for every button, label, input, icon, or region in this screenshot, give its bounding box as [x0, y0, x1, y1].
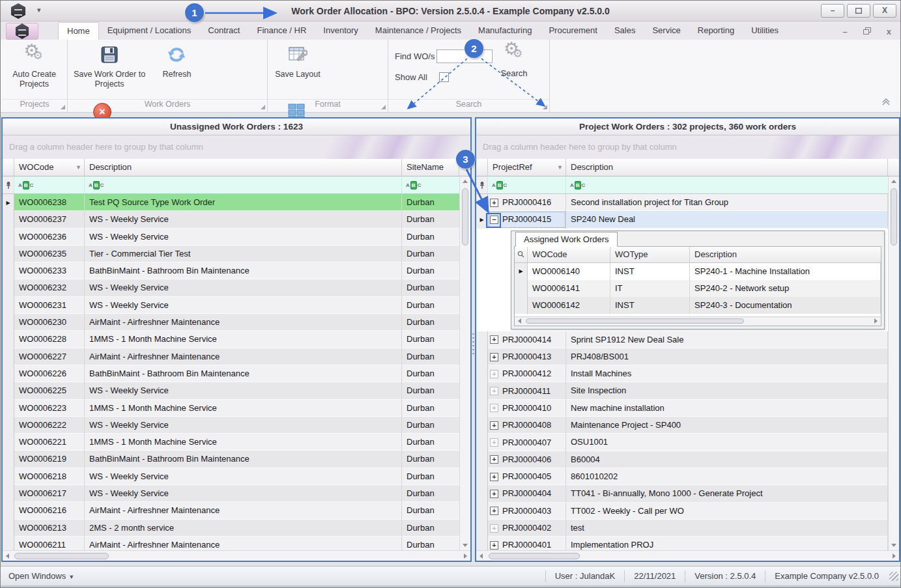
tab-manufacturing[interactable]: Manufacturing [470, 22, 540, 40]
tab-contract[interactable]: Contract [199, 22, 248, 40]
resize-grip[interactable] [889, 572, 898, 581]
expand-icon[interactable]: + [490, 404, 498, 412]
expand-icon[interactable]: + [490, 199, 498, 207]
tab-home[interactable]: Home [58, 22, 99, 40]
filter-dropdown-icon[interactable]: ▼ [76, 159, 81, 176]
expand-icon[interactable]: + [490, 524, 498, 533]
tab-reporting[interactable]: Reporting [689, 22, 743, 40]
table-row[interactable]: WO0006211AirMaint - Airfreshner Maintena… [3, 537, 459, 550]
dialog-launcher-icon[interactable] [261, 105, 265, 109]
table-row[interactable]: WO0006226BathBinMaint - Bathroom Bin Mai… [3, 365, 459, 382]
mdi-minimize-icon[interactable]: – [843, 27, 848, 36]
scroll-up-icon[interactable] [463, 180, 468, 183]
tab-finance-hr[interactable]: Finance / HR [248, 22, 315, 40]
scroll-left-icon[interactable] [6, 553, 9, 559]
detail-row[interactable]: WO0006142INSTSP240-3 - Documentation [515, 297, 881, 314]
table-row[interactable]: WO0006218WS - Weekly ServiceDurban [3, 468, 459, 485]
detail-row[interactable]: WO0006141ITSP240-2 - Network setup [515, 280, 881, 297]
table-row[interactable]: WO0006230AirMaint - Airfreshner Maintena… [3, 314, 459, 331]
left-group-by-bar[interactable]: Drag a column header here to group by th… [3, 135, 470, 159]
table-row[interactable]: WO0006222WS - Weekly ServiceDurban [3, 417, 459, 434]
filter-cell-description[interactable]: ABC [566, 176, 888, 194]
magnifier-icon[interactable] [515, 247, 528, 262]
table-row[interactable]: WO0006232WS - Weekly ServiceDurban [3, 279, 459, 296]
filter-cell-projectref[interactable]: ABC [488, 176, 566, 194]
table-row[interactable]: WO00062281MMS - 1 Month Machine ServiceD… [3, 331, 459, 348]
detail-row[interactable]: ▶WO0006140INSTSP240-1 - Machine Installa… [515, 263, 881, 280]
table-row[interactable]: WO0006236WS - Weekly ServiceDurban [3, 229, 459, 245]
tab-assigned-work-orders[interactable]: Assigned Work Orders [515, 232, 618, 247]
pin-icon[interactable] [3, 176, 14, 194]
expand-icon[interactable]: + [490, 438, 498, 447]
scrollbar-thumb[interactable] [462, 188, 468, 245]
filter-cell-sitename[interactable]: ABC [402, 176, 459, 194]
column-header-wocode[interactable]: WOCode▼ [14, 159, 85, 176]
table-row[interactable]: WO00062211MMS - 1 Month Machine ServiceD… [3, 434, 459, 451]
collapse-ribbon-icon[interactable] [881, 96, 891, 108]
table-row[interactable]: +PRJ0000412Install Machines [476, 365, 888, 382]
dialog-launcher-icon[interactable] [381, 105, 386, 109]
save-work-order-button[interactable]: Save Work Order to Projects [68, 40, 151, 97]
table-row[interactable]: +PRJ0000413PRJ408/BS001 [476, 348, 888, 365]
dialog-launcher-icon[interactable] [61, 105, 65, 109]
column-header-description[interactable]: Description [566, 159, 888, 176]
table-row[interactable]: +PRJ0000416Second installation project f… [476, 194, 888, 211]
right-horizontal-scrollbar[interactable] [476, 550, 899, 561]
expand-icon[interactable]: + [490, 335, 498, 344]
search-button[interactable]: ⚙⚙ Search [488, 41, 540, 78]
scrollbar-thumb[interactable] [489, 553, 580, 559]
table-row[interactable]: WO00062231MMS - 1 Month Machine ServiceD… [3, 400, 459, 417]
tab-inventory[interactable]: Inventory [315, 22, 366, 40]
table-row[interactable]: WO0006233BathBinMaint - Bathroom Bin Mai… [3, 262, 459, 279]
tab-service[interactable]: Service [644, 22, 689, 40]
right-group-by-bar[interactable]: Drag a column header here to group by th… [476, 135, 899, 159]
mdi-restore-icon[interactable] [863, 25, 871, 37]
table-row[interactable]: +PRJ0000404TT041 - Bi-annually, Mono 100… [476, 485, 888, 502]
left-vertical-scrollbar[interactable] [459, 176, 470, 550]
dialog-launcher-icon[interactable] [543, 105, 547, 109]
save-layout-button[interactable]: Save Layout [268, 40, 328, 97]
table-row[interactable]: +PRJ0000402test [476, 520, 888, 537]
auto-create-projects-button[interactable]: ⚙⚙ Auto Create Projects [2, 40, 66, 97]
scroll-right-icon[interactable] [464, 553, 467, 559]
expand-icon[interactable]: + [490, 370, 498, 378]
table-row[interactable]: WO0006237WS - Weekly ServiceDurban [3, 211, 459, 228]
refresh-button[interactable]: Refresh [154, 40, 199, 97]
pin-icon[interactable] [476, 176, 488, 194]
scroll-down-icon[interactable] [463, 544, 468, 547]
expand-icon[interactable]: + [490, 353, 498, 361]
column-header-description[interactable]: Description [85, 159, 402, 176]
tab-sales[interactable]: Sales [606, 22, 644, 40]
left-horizontal-scrollbar[interactable] [3, 550, 470, 561]
expand-icon[interactable]: + [490, 421, 498, 430]
table-row[interactable]: +PRJ0000407OSU1001 [476, 434, 888, 451]
table-row[interactable]: WO0006227AirMaint - Airfreshner Maintena… [3, 348, 459, 365]
detail-column-wotype[interactable]: WOType [610, 247, 690, 262]
show-all-checkbox[interactable] [439, 72, 449, 82]
table-row[interactable]: +PRJ00004058601010202 [476, 468, 888, 485]
open-windows-dropdown[interactable]: Open Windows▼ [8, 571, 74, 581]
tab-equipment-locations[interactable]: Equipment / Locations [99, 22, 200, 40]
application-button[interactable] [6, 23, 38, 40]
table-row[interactable]: ▶−PRJ0000415SP240 New Deal [476, 211, 888, 228]
scrollbar-thumb[interactable] [14, 553, 109, 559]
tab-procurement[interactable]: Procurement [540, 22, 605, 40]
table-row[interactable]: WO0006225WS - Weekly ServiceDurban [3, 382, 459, 399]
expand-icon[interactable]: + [490, 490, 498, 498]
table-row[interactable]: +PRJ0000410New machine installation [476, 400, 888, 417]
expand-icon[interactable]: + [490, 507, 498, 515]
expand-icon[interactable]: + [490, 473, 498, 481]
column-header-sitename[interactable]: SiteName [402, 159, 459, 176]
right-vertical-scrollbar[interactable] [888, 176, 899, 550]
close-button[interactable]: X [873, 4, 896, 18]
expand-icon[interactable]: + [490, 455, 498, 464]
table-row[interactable]: WO0006231WS - Weekly ServiceDurban [3, 297, 459, 314]
scroll-down-icon[interactable] [891, 544, 896, 547]
table-row[interactable]: +PRJ0000406B60004 [476, 451, 888, 468]
table-row[interactable]: WO0006216AirMaint - Airfreshner Maintena… [3, 502, 459, 519]
table-row[interactable]: WO0006217WS - Weekly ServiceDurban [3, 485, 459, 502]
scroll-left-icon[interactable] [518, 318, 521, 324]
scroll-right-icon[interactable] [893, 553, 896, 559]
detail-column-description[interactable]: Description [690, 247, 881, 262]
table-row[interactable]: WO0006235Tier - Commercial Tier TestDurb… [3, 245, 459, 262]
